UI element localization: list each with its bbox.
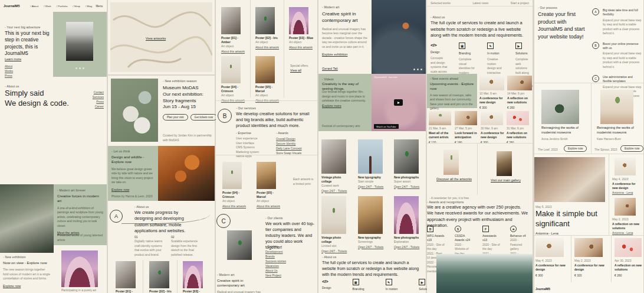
- photo-card[interactable]: New typography Start simple Open 24/7 - …: [358, 175, 387, 189]
- bottom-card[interactable]: Apr 30, 2023 A reflection on new solutio…: [615, 259, 643, 278]
- wildlife-title: Design and wildlife - Explore now: [111, 155, 155, 165]
- article-photo-leaf: [541, 90, 579, 124]
- explore-link[interactable]: Development: [265, 249, 307, 254]
- poster-link[interactable]: About this artwork: [257, 204, 281, 209]
- spirit-link[interactable]: Explore exhibition: [322, 53, 370, 56]
- poster-link[interactable]: About this artwork: [255, 45, 280, 50]
- onview-link[interactable]: Explore now: [3, 284, 51, 288]
- article-card[interactable]: Reimagining the works of modernist museu…: [541, 126, 584, 141]
- mini-nav-item[interactable]: Selected works: [431, 1, 451, 6]
- youtube-badge[interactable]: Watch on YouTube: [374, 124, 399, 129]
- poster-sub: Art object: [255, 40, 280, 45]
- about-link-services[interactable]: Services: [88, 95, 104, 99]
- logo[interactable]: JournalM5: [4, 4, 20, 8]
- side-card-link[interactable]: Antonina - Lena: [612, 190, 642, 195]
- video-player[interactable]: @journalm5 - live now Watch on YouTube: [372, 74, 426, 131]
- poster-card[interactable]: Poster [05] - Marcel Art object About th…: [257, 191, 281, 209]
- photo-card-meta[interactable]: Open 24/7 - Tickets: [321, 249, 351, 253]
- about-link-contact[interactable]: Contact: [88, 90, 104, 95]
- poster-link[interactable]: About this artwork: [222, 204, 247, 209]
- wildlife-link[interactable]: Explore now: [111, 188, 158, 191]
- event-card[interactable]: 27 Mar, 5 pm Look forward in anticipatio…: [455, 126, 478, 145]
- rope-view-artworks-link[interactable]: View artworks: [146, 37, 166, 40]
- event-card[interactable]: 14 Mar, 6 pm A reflection on new solutio…: [507, 92, 532, 110]
- photo-card[interactable]: New photographs Super assort Open 24/7 -…: [394, 175, 423, 189]
- photo-card-meta[interactable]: Open 24/7 - Tickets: [321, 188, 351, 193]
- event-meta: 31 Mar, 6 pm: [507, 126, 530, 131]
- poster-card[interactable]: Poster [04] - Crimson Art object About t…: [222, 191, 247, 209]
- carousel-dots[interactable]: [75, 67, 84, 69]
- mini-nav-item[interactable]: Start a project: [511, 1, 529, 6]
- feature-link[interactable]: Discover all the artworks: [436, 177, 472, 181]
- video-link[interactable]: Explore more: [322, 104, 341, 108]
- hero-link-about[interactable]: About: [5, 64, 13, 69]
- play-button[interactable]: [394, 99, 403, 106]
- spirit-author-link[interactable]: Gerard Tali: [322, 67, 338, 70]
- award-link[interactable]: Overall Design: [276, 136, 314, 141]
- photo-card-meta[interactable]: Open 24/7 - Tickets: [358, 184, 387, 189]
- bottom-card[interactable]: May 4, 2023 A conference for new design …: [535, 259, 566, 278]
- explore-link[interactable]: Vacancies: [265, 263, 307, 268]
- service-label: Branding: [459, 51, 477, 56]
- nav-item-work[interactable]: / Work: [44, 5, 51, 8]
- nav-item-portfolio[interactable]: / Portfolio: [57, 5, 68, 8]
- hero-link-works[interactable]: Works: [5, 69, 13, 73]
- menu-button[interactable]: Menu: [96, 5, 103, 8]
- photo-card[interactable]: Vintage photo collage Limited slot Open …: [321, 236, 351, 253]
- view-all-link[interactable]: View all: [290, 69, 314, 72]
- play-icon: [397, 102, 400, 104]
- hero-link-press[interactable]: Press: [5, 73, 13, 78]
- poster-card[interactable]: Poster [02] - Iris Art object About this…: [255, 36, 280, 50]
- poster-link[interactable]: About this artwork: [289, 45, 314, 50]
- nav-item-shop[interactable]: / Shop: [73, 5, 80, 8]
- photo-carousel-dots[interactable]: [413, 69, 422, 70]
- nav-item-blog[interactable]: / Blog: [86, 5, 92, 8]
- side-card-link[interactable]: Antonina - Lena: [612, 230, 642, 235]
- spirit-title: Creative spirit in contemporary art: [217, 278, 261, 288]
- explore-link[interactable]: Brands: [265, 254, 307, 259]
- photo-card-meta[interactable]: Open 24/7 - Tickets: [358, 245, 387, 249]
- photo-card[interactable]: New photographs Exploration Open 24/7 - …: [394, 236, 423, 249]
- feature-link[interactable]: Visit our main gallery: [491, 178, 521, 182]
- mini-nav-item[interactable]: Latest news: [473, 1, 489, 6]
- bottom-card[interactable]: May 2, 2023 A conference for new design …: [574, 259, 605, 278]
- explore-now-button[interactable]: Explore now: [564, 145, 587, 152]
- poster-card[interactable]: Poster [01] - Amber Art object About thi…: [221, 36, 246, 54]
- purple-artwork-photo: [61, 250, 98, 287]
- plan-visit-button[interactable]: Plan your visit: [163, 114, 188, 121]
- side-card[interactable]: May 4, 2023 A conference for new design …: [612, 177, 642, 195]
- photo-card[interactable]: Vintage photo collage Curated work Open …: [321, 175, 351, 193]
- event-card[interactable]: 30 Mar, 9 am A conference for new design…: [481, 126, 504, 145]
- about-link-press[interactable]: Press: [88, 99, 104, 104]
- explore-link[interactable]: Success stories: [265, 259, 307, 263]
- poster-link[interactable]: About this artwork: [221, 49, 246, 54]
- photo-card-meta[interactable]: Open 24/7 - Tickets: [394, 184, 423, 189]
- explore-link[interactable]: About Us: [265, 268, 307, 273]
- event-card[interactable]: 31 Mar, 6 pm A reflection on new solutio…: [507, 126, 530, 145]
- side-card[interactable]: May 2, 2023 A reflection on new solution…: [612, 217, 642, 235]
- article-card[interactable]: Reimagining the works of modernist museu…: [597, 126, 639, 141]
- photo-card[interactable]: New typography Screenings Open 24/7 - Ti…: [358, 236, 387, 249]
- article-photo-sprout: [600, 90, 633, 124]
- bottom-card-price: € 260: [615, 274, 643, 278]
- hero-learn-more-link[interactable]: Learn more: [5, 57, 21, 61]
- nav-item-about[interactable]: / About: [31, 5, 39, 8]
- view-all-block: Special offers View all: [290, 64, 314, 72]
- get-tickets-button[interactable]: Get tickets now: [190, 114, 217, 121]
- divider: [571, 235, 571, 282]
- feature-title: Make it simple but significant: [535, 209, 602, 229]
- section-a-col1-label: 01: [134, 235, 164, 239]
- bottom-card-meta: May 2, 2023: [574, 259, 605, 263]
- photo-card-meta[interactable]: Open 24/7 - Tickets: [394, 245, 423, 249]
- award-link[interactable]: Secure Identity: [276, 141, 314, 146]
- flower-navy-photo: [372, 0, 426, 74]
- event-card[interactable]: 21 Mar, 9 am Meet all of the current art…: [429, 126, 452, 145]
- explore-link[interactable]: New Project: [265, 273, 307, 278]
- award-link[interactable]: Daily Lane Concept: [276, 146, 314, 151]
- poster-card[interactable]: Poster [03] - Blue Art object About this…: [289, 36, 314, 50]
- explore-now-button[interactable]: Explore now: [620, 145, 643, 152]
- modern-art-panel: - Modern art forever Creative forces in …: [54, 184, 107, 245]
- event-card[interactable]: 10 Mar, 9 am A conference for new design…: [479, 92, 504, 110]
- about-link-career[interactable]: Career: [88, 104, 104, 109]
- poster-title: Poster [02] - Iris: [149, 289, 173, 293]
